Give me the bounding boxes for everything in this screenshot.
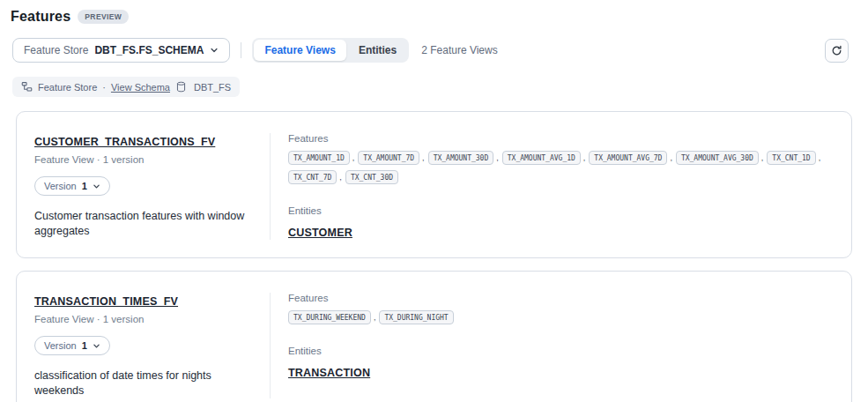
entities-label: Entities <box>288 205 834 216</box>
chevron-down-icon <box>93 182 100 190</box>
version-label: Version <box>44 181 77 191</box>
feature-view-list: CUSTOMER_TRANSACTIONS_FV Feature View · … <box>16 111 852 402</box>
feature-chip: TX_DURING_WEEKEND <box>288 310 371 324</box>
entity-link[interactable]: CUSTOMER <box>288 227 352 239</box>
feature-chip: TX_AMOUNT_30D <box>428 151 494 165</box>
feature-view-meta: Feature View · 1 version <box>34 154 254 165</box>
page-title: Features <box>11 9 70 25</box>
feature-chip: TX_CNT_7D <box>288 170 337 184</box>
feature-chip: TX_CNT_1D <box>767 151 815 165</box>
tab-entities[interactable]: Entities <box>348 40 407 61</box>
chip-separator: , <box>496 153 499 162</box>
entity-link[interactable]: TRANSACTION <box>288 367 370 379</box>
card-detail-column: Features TX_AMOUNT_1D,TX_AMOUNT_7D,TX_AM… <box>271 133 834 240</box>
version-dropdown[interactable]: Version 1 <box>34 336 110 355</box>
preview-badge: PREVIEW <box>78 10 129 24</box>
breadcrumb-row: Feature Store · View Schema DBT_FS <box>12 77 868 97</box>
features-label: Features <box>288 133 834 144</box>
toolbar-divider <box>241 42 241 58</box>
feature-chip: TX_AMOUNT_1D <box>288 151 350 165</box>
database-icon <box>175 81 187 93</box>
features-chip-list: TX_AMOUNT_1D,TX_AMOUNT_7D,TX_AMOUNT_30D,… <box>288 151 834 184</box>
schema-icon <box>21 81 33 93</box>
card-summary-column: CUSTOMER_TRANSACTIONS_FV Feature View · … <box>34 133 271 240</box>
chip-separator: , <box>583 153 586 162</box>
card-summary-column: TRANSACTION_TIMES_FV Feature View · 1 ve… <box>34 293 271 398</box>
breadcrumb-label: Feature Store <box>38 82 97 93</box>
feature-views-count: 2 Feature Views <box>421 44 498 56</box>
view-schema-link[interactable]: View Schema <box>111 82 170 93</box>
entities-label: Entities <box>288 346 834 356</box>
version-value: 1 <box>82 340 87 351</box>
chevron-down-icon <box>93 342 100 350</box>
feature-view-link[interactable]: CUSTOMER_TRANSACTIONS_FV <box>34 136 215 148</box>
feature-chip: TX_CNT_30D <box>345 170 398 184</box>
feature-chip: TX_DURING_NIGHT <box>379 310 453 324</box>
feature-store-dropdown[interactable]: Feature Store DBT_FS.FS_SCHEMA <box>12 38 230 63</box>
feature-view-description: Customer transaction features with windo… <box>34 209 254 239</box>
feature-chip: TX_AMOUNT_AVG_30D <box>676 151 759 165</box>
chip-separator: , <box>374 313 376 322</box>
tab-feature-views[interactable]: Feature Views <box>254 40 345 61</box>
feature-store-label: Feature Store <box>24 44 88 56</box>
chip-separator: , <box>670 153 672 162</box>
chip-separator: , <box>761 153 764 162</box>
feature-view-meta: Feature View · 1 version <box>34 314 254 324</box>
version-value: 1 <box>82 181 87 191</box>
feature-view-link[interactable]: TRANSACTION_TIMES_FV <box>34 295 178 308</box>
feature-view-description: classification of date times for nights … <box>34 368 254 398</box>
chip-separator: , <box>819 153 821 162</box>
feature-view-card: CUSTOMER_TRANSACTIONS_FV Feature View · … <box>16 111 852 258</box>
chip-separator: , <box>352 153 355 162</box>
breadcrumb-database: DBT_FS <box>194 82 231 93</box>
chip-separator: , <box>339 173 342 182</box>
toolbar: Feature Store DBT_FS.FS_SCHEMA Feature V… <box>12 38 849 63</box>
version-dropdown[interactable]: Version 1 <box>34 176 110 196</box>
card-detail-column: Features TX_DURING_WEEKEND,TX_DURING_NIG… <box>271 293 834 398</box>
page-header: Features PREVIEW <box>0 0 868 25</box>
refresh-icon <box>831 45 842 56</box>
feature-store-value: DBT_FS.FS_SCHEMA <box>94 44 204 56</box>
feature-view-card: TRANSACTION_TIMES_FV Feature View · 1 ve… <box>16 271 852 402</box>
view-switcher: Feature Views Entities <box>252 38 409 63</box>
refresh-button[interactable] <box>825 39 849 63</box>
feature-chip: TX_AMOUNT_AVG_7D <box>589 151 667 165</box>
chevron-down-icon <box>210 46 219 55</box>
breadcrumb-separator: · <box>102 82 106 93</box>
chip-separator: , <box>422 153 425 162</box>
features-chip-list: TX_DURING_WEEKEND,TX_DURING_NIGHT <box>288 310 834 324</box>
entity-link-list: TRANSACTION <box>288 364 834 380</box>
features-label: Features <box>288 293 834 303</box>
feature-chip: TX_AMOUNT_AVG_1D <box>502 151 581 165</box>
breadcrumb: Feature Store · View Schema DBT_FS <box>12 77 240 97</box>
entity-link-list: CUSTOMER <box>288 224 834 240</box>
feature-chip: TX_AMOUNT_7D <box>358 151 419 165</box>
version-label: Version <box>44 340 77 351</box>
